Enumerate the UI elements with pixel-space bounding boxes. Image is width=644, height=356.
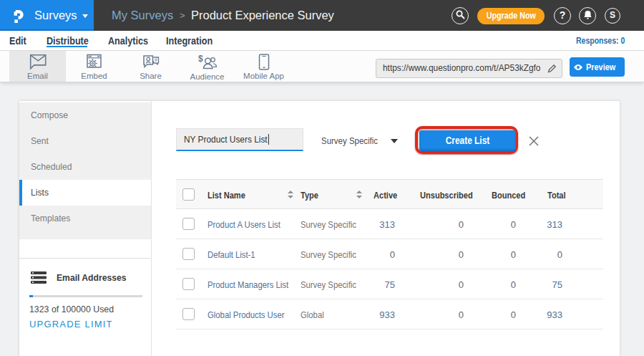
svg-text:$: $ [198, 54, 203, 64]
